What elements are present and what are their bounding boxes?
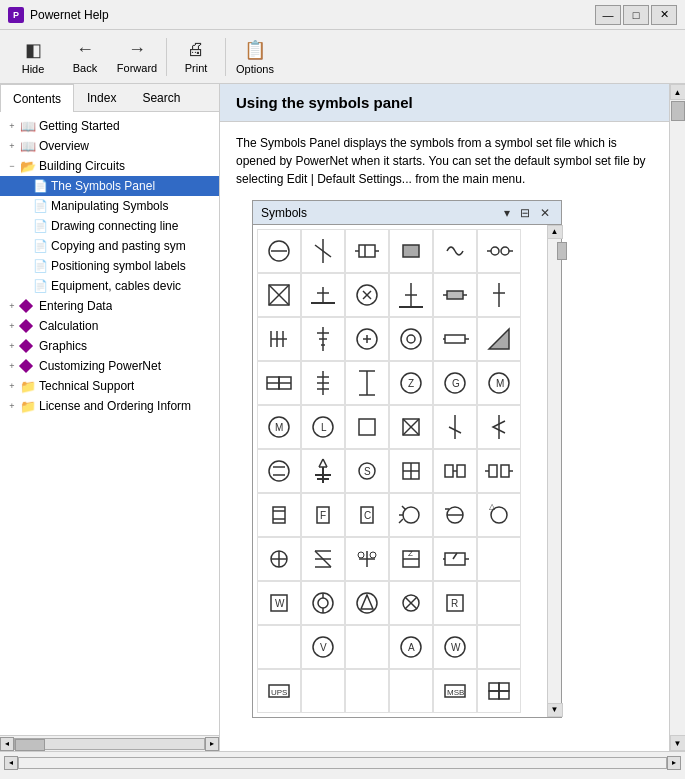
symbol-cell[interactable]	[345, 229, 389, 273]
symbol-cell[interactable]: C	[345, 493, 389, 537]
symbol-cell[interactable]: W	[433, 625, 477, 669]
symbols-dropdown-btn[interactable]: ▾	[501, 203, 513, 223]
hide-button[interactable]: ◧ Hide	[8, 34, 58, 80]
symbol-cell[interactable]	[477, 449, 521, 493]
symbols-scroll-down[interactable]: ▼	[547, 703, 563, 717]
symbol-cell[interactable]	[477, 537, 521, 581]
symbol-cell[interactable]	[389, 669, 433, 713]
symbol-cell[interactable]	[257, 229, 301, 273]
symbol-cell[interactable]	[389, 273, 433, 317]
symbol-cell[interactable]: G	[433, 361, 477, 405]
symbols-pin-btn[interactable]: ⊟	[517, 203, 533, 223]
symbol-cell[interactable]	[433, 273, 477, 317]
tree-item-technical-support[interactable]: + 📁 Technical Support	[0, 376, 219, 396]
tree-item-symbols-panel[interactable]: 📄 The Symbols Panel	[0, 176, 219, 196]
symbol-cell[interactable]	[345, 537, 389, 581]
tree-item-license[interactable]: + 📁 License and Ordering Inform	[0, 396, 219, 416]
symbol-cell[interactable]	[477, 405, 521, 449]
left-scrollbar[interactable]: ◂ ▸	[0, 735, 219, 751]
options-button[interactable]: 📋 Options	[230, 34, 280, 80]
symbol-cell[interactable]: F	[301, 493, 345, 537]
symbol-cell[interactable]	[257, 493, 301, 537]
symbol-cell[interactable]: △	[477, 493, 521, 537]
status-scroll-right[interactable]: ▸	[667, 756, 681, 770]
tree-item-copying[interactable]: 📄 Copying and pasting sym	[0, 236, 219, 256]
symbol-cell[interactable]: R	[433, 581, 477, 625]
symbol-cell[interactable]	[433, 405, 477, 449]
tab-contents[interactable]: Contents	[0, 84, 74, 112]
symbol-cell[interactable]	[345, 625, 389, 669]
tree-item-calculation[interactable]: + Calculation	[0, 316, 219, 336]
symbol-cell[interactable]: A	[389, 625, 433, 669]
symbol-cell[interactable]: V	[301, 625, 345, 669]
symbol-cell[interactable]	[301, 273, 345, 317]
right-panel-scrollbar[interactable]: ▲ ▼	[669, 84, 685, 751]
tab-index[interactable]: Index	[74, 84, 129, 111]
symbol-cell[interactable]	[301, 317, 345, 361]
tree-item-overview[interactable]: + 📖 Overview	[0, 136, 219, 156]
scroll-right-arrow[interactable]: ▸	[205, 737, 219, 751]
symbol-cell[interactable]	[345, 361, 389, 405]
symbol-cell[interactable]	[389, 581, 433, 625]
symbol-cell[interactable]: Z	[389, 361, 433, 405]
symbol-cell[interactable]	[433, 317, 477, 361]
status-scroll-left[interactable]: ◂	[4, 756, 18, 770]
tree-item-getting-started[interactable]: + 📖 Getting Started	[0, 116, 219, 136]
symbols-scroll-up[interactable]: ▲	[547, 225, 563, 239]
symbol-cell[interactable]	[257, 537, 301, 581]
print-button[interactable]: 🖨 Print	[171, 34, 221, 80]
symbol-cell[interactable]: UPS	[257, 669, 301, 713]
tree-item-entering-data[interactable]: + Entering Data	[0, 296, 219, 316]
symbol-cell[interactable]	[301, 229, 345, 273]
symbol-cell[interactable]	[301, 361, 345, 405]
symbol-cell[interactable]	[345, 581, 389, 625]
symbol-cell[interactable]	[301, 581, 345, 625]
symbol-cell[interactable]	[345, 317, 389, 361]
symbol-cell[interactable]	[389, 493, 433, 537]
symbol-cell[interactable]	[389, 317, 433, 361]
minimize-button[interactable]: —	[595, 5, 621, 25]
close-button[interactable]: ✕	[651, 5, 677, 25]
symbol-cell[interactable]: M	[477, 361, 521, 405]
tree-item-customizing[interactable]: + Customizing PowerNet	[0, 356, 219, 376]
maximize-button[interactable]: □	[623, 5, 649, 25]
symbol-cell[interactable]: MSB	[433, 669, 477, 713]
symbol-cell[interactable]	[301, 537, 345, 581]
symbol-cell[interactable]	[345, 273, 389, 317]
symbols-close-btn[interactable]: ✕	[537, 203, 553, 223]
tree-item-manipulating[interactable]: 📄 Manipulating Symbols	[0, 196, 219, 216]
symbol-cell[interactable]: M	[257, 405, 301, 449]
symbol-cell[interactable]	[477, 625, 521, 669]
symbol-cell[interactable]	[257, 317, 301, 361]
symbol-cell[interactable]	[345, 405, 389, 449]
symbol-cell[interactable]	[257, 361, 301, 405]
symbols-scroll-thumb[interactable]	[557, 242, 567, 260]
symbol-cell[interactable]	[389, 449, 433, 493]
symbol-cell[interactable]	[477, 229, 521, 273]
symbol-cell[interactable]	[257, 625, 301, 669]
right-scroll-down[interactable]: ▼	[670, 735, 686, 751]
symbol-cell[interactable]	[257, 449, 301, 493]
symbol-cell[interactable]	[433, 537, 477, 581]
symbol-cell[interactable]: W	[257, 581, 301, 625]
right-scroll-up[interactable]: ▲	[670, 84, 686, 100]
symbol-cell[interactable]: S	[345, 449, 389, 493]
scroll-thumb[interactable]	[15, 739, 45, 751]
symbol-cell[interactable]	[433, 493, 477, 537]
symbol-cell[interactable]	[345, 669, 389, 713]
symbol-cell[interactable]	[477, 669, 521, 713]
forward-button[interactable]: → Forward	[112, 34, 162, 80]
symbol-cell[interactable]	[477, 581, 521, 625]
tree-item-building-circuits[interactable]: − 📂 Building Circuits	[0, 156, 219, 176]
tree-item-graphics[interactable]: + Graphics	[0, 336, 219, 356]
tree-item-positioning[interactable]: 📄 Positioning symbol labels	[0, 256, 219, 276]
symbol-cell[interactable]: Z	[389, 537, 433, 581]
tab-search[interactable]: Search	[129, 84, 193, 111]
symbol-cell[interactable]	[477, 317, 521, 361]
scroll-left-arrow[interactable]: ◂	[0, 737, 14, 751]
tree-item-equipment[interactable]: 📄 Equipment, cables devic	[0, 276, 219, 296]
tree-item-drawing[interactable]: 📄 Drawing connecting line	[0, 216, 219, 236]
symbol-cell[interactable]	[389, 229, 433, 273]
symbol-cell[interactable]	[433, 449, 477, 493]
right-scroll-thumb[interactable]	[671, 101, 685, 121]
